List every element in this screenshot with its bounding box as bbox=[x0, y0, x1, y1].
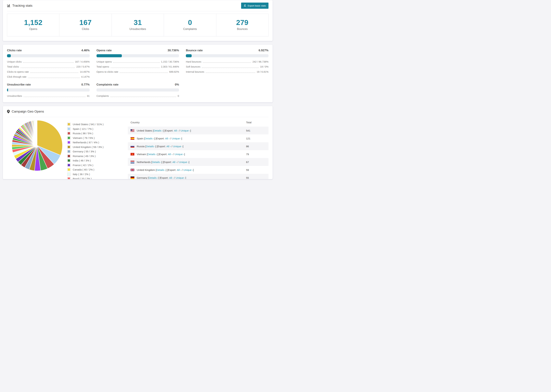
export-unique-link[interactable]: Unique › bbox=[181, 129, 190, 132]
geo-row-total: 79 bbox=[246, 153, 266, 156]
rate-stat-row: Unique opens 1,152 / 30.736% bbox=[97, 60, 179, 63]
rate-head: Bounce rate 6.927% bbox=[186, 49, 268, 52]
tracking-stats-title: Tracking stats bbox=[7, 4, 33, 7]
legend-label: Brazil ( 33 / 2% ) bbox=[73, 177, 92, 179]
export-all-link[interactable]: All › bbox=[172, 161, 177, 163]
geo-row-country-cell: Netherlands [Details ›] [Export: All › /… bbox=[131, 161, 246, 163]
dotted-leader bbox=[28, 78, 80, 78]
flag-nl-icon bbox=[131, 161, 134, 163]
summary-stat-label: Unsubscribes bbox=[112, 28, 164, 31]
export-all-link[interactable]: All › bbox=[165, 137, 170, 140]
rate-stat-value: 31 bbox=[87, 95, 90, 98]
geo-opens-header: Campaign Geo Opens bbox=[7, 106, 268, 117]
legend-swatch bbox=[67, 177, 71, 179]
summary-stat-label: Bounces bbox=[216, 28, 268, 31]
rate-progress-track bbox=[7, 54, 90, 57]
country-name: Germany bbox=[137, 176, 147, 179]
rate-stat-value: 220 / 5.87% bbox=[76, 65, 90, 68]
geo-row-total: 59 bbox=[246, 168, 266, 171]
geo-table-col-country: Country bbox=[131, 121, 246, 124]
export-unique-link[interactable]: Unique › bbox=[172, 137, 181, 140]
legend-item: United Kingdom ( 59 / 3% ) bbox=[67, 145, 126, 149]
tracking-stats-title-text: Tracking stats bbox=[12, 4, 33, 7]
rate-stat-label: Opens to clicks rate bbox=[97, 70, 118, 73]
export-unique-link[interactable]: Unique › bbox=[179, 161, 189, 163]
country-name: Russia bbox=[137, 145, 145, 148]
rate-progress-fill bbox=[7, 54, 11, 57]
country-name: United Kingdom bbox=[137, 168, 155, 171]
export-all-link[interactable]: All › bbox=[166, 145, 171, 148]
rate-stat-label: Hard bounces bbox=[186, 60, 201, 63]
rate-title: Opens rate bbox=[97, 49, 112, 52]
rate-value: 4.46% bbox=[81, 49, 90, 52]
geo-pie-wrap bbox=[7, 119, 67, 179]
rate-value: 6.927% bbox=[259, 49, 268, 52]
country-name: Spain bbox=[137, 137, 143, 140]
dotted-leader bbox=[206, 72, 255, 73]
rate-stat-value: 2,303 / 61.446% bbox=[161, 65, 179, 68]
details-link[interactable]: Details › bbox=[146, 145, 155, 148]
rate-stat-label: Internal bounces bbox=[186, 70, 204, 73]
legend-item: Vietnam ( 79 / 5% ) bbox=[67, 136, 126, 140]
rate-stat-label: Clicks to opens rate bbox=[7, 70, 29, 73]
geo-table-row: Netherlands [Details ›] [Export: All › /… bbox=[128, 158, 268, 166]
rate-progress-track bbox=[186, 54, 268, 57]
flag-us-icon bbox=[131, 129, 134, 132]
legend-label: Italy ( 36 / 2% ) bbox=[73, 173, 90, 176]
export-all-link[interactable]: All › bbox=[174, 129, 178, 132]
tracking-stats-card: Tracking stats Export basic stats 1,152 … bbox=[3, 0, 273, 41]
details-link[interactable]: Details › bbox=[148, 153, 157, 156]
rate-stat-row: Soft bounces 18 / 0% bbox=[186, 65, 268, 68]
geo-table-row: Russia [Details ›] [Export: All › / Uniq… bbox=[128, 142, 268, 150]
details-link[interactable]: Details › bbox=[145, 137, 154, 140]
export-unique-link[interactable]: Unique › bbox=[184, 168, 193, 171]
geo-legend: United States ( 541 / 31% ) Spain ( 121 … bbox=[67, 119, 128, 179]
legend-item: India ( 46 / 3% ) bbox=[67, 159, 126, 162]
geo-row-country-cell: ★Vietnam [Details ›] [Export: All › / Un… bbox=[131, 153, 246, 156]
rate-stat-row: Click through rate 4.147% bbox=[7, 75, 90, 78]
summary-stat-label: Clicks bbox=[59, 28, 111, 31]
rate-stat-row: Unique clicks 167 / 4.456% bbox=[7, 60, 90, 63]
bar-chart-icon bbox=[7, 4, 10, 7]
legend-item: Brazil ( 33 / 2% ) bbox=[67, 177, 126, 179]
geo-table-row: ★Vietnam [Details ›] [Export: All › / Un… bbox=[128, 150, 268, 158]
details-link[interactable]: Details › bbox=[149, 176, 158, 179]
legend-item: Canada ( 40 / 2% ) bbox=[67, 168, 126, 171]
geo-table-row: United States [Details ›] [Export: All ›… bbox=[128, 126, 268, 134]
legend-swatch bbox=[67, 173, 71, 176]
rate-head: Complaints rate 0% bbox=[97, 83, 179, 86]
rate-stat-label: Click through rate bbox=[7, 75, 27, 78]
rate-rows: Complaints 0 bbox=[97, 95, 179, 98]
details-link[interactable]: Details › bbox=[154, 129, 163, 132]
dotted-leader bbox=[30, 72, 78, 73]
rate-rows: Unique opens 1,152 / 30.736% Total opens… bbox=[97, 60, 179, 73]
geo-row-country-cell: United Kingdom [Details ›] [Export: All … bbox=[131, 168, 246, 171]
rate-stat-value: 14.497% bbox=[80, 70, 90, 73]
summary-stat-value: 0 bbox=[164, 19, 216, 26]
legend-label: Russia ( 86 / 5% ) bbox=[73, 132, 93, 135]
rate-progress-track bbox=[97, 88, 179, 91]
rate-value: 0.77% bbox=[81, 83, 90, 86]
export-unique-link[interactable]: Unique › bbox=[176, 176, 185, 179]
rate-stat-value: 18 / 0% bbox=[260, 65, 268, 68]
rate-stat-row: Internal bounces 19 / 6.81% bbox=[186, 70, 268, 73]
rate-rows: Unsubscribes 31 bbox=[7, 95, 90, 98]
geo-table-header: Country Total bbox=[128, 119, 268, 126]
legend-swatch bbox=[67, 123, 71, 126]
rate-stat-label: Unsubscribes bbox=[7, 95, 22, 98]
details-link[interactable]: Details › bbox=[156, 168, 166, 171]
legend-label: Romania ( 49 / 3% ) bbox=[73, 155, 95, 158]
export-basic-stats-button[interactable]: Export basic stats bbox=[241, 3, 268, 9]
export-unique-link[interactable]: Unique › bbox=[173, 145, 183, 148]
details-link[interactable]: Details › bbox=[152, 161, 161, 163]
geo-row-country-cell: Spain [Details ›] [Export: All › / Uniqu… bbox=[131, 137, 246, 140]
export-all-link[interactable]: All › bbox=[169, 176, 174, 179]
rate-stat-row: Total opens 2,303 / 61.446% bbox=[97, 65, 179, 68]
rate-head: Opens rate 30.736% bbox=[97, 49, 179, 52]
geo-row-country-cell: Germany [Details ›] [Export: All › / Uni… bbox=[131, 176, 246, 179]
export-all-link[interactable]: All › bbox=[168, 153, 172, 156]
rate-value: 0% bbox=[175, 83, 179, 86]
export-all-link[interactable]: All › bbox=[177, 168, 181, 171]
export-unique-link[interactable]: Unique › bbox=[175, 153, 184, 156]
legend-swatch bbox=[67, 154, 71, 158]
